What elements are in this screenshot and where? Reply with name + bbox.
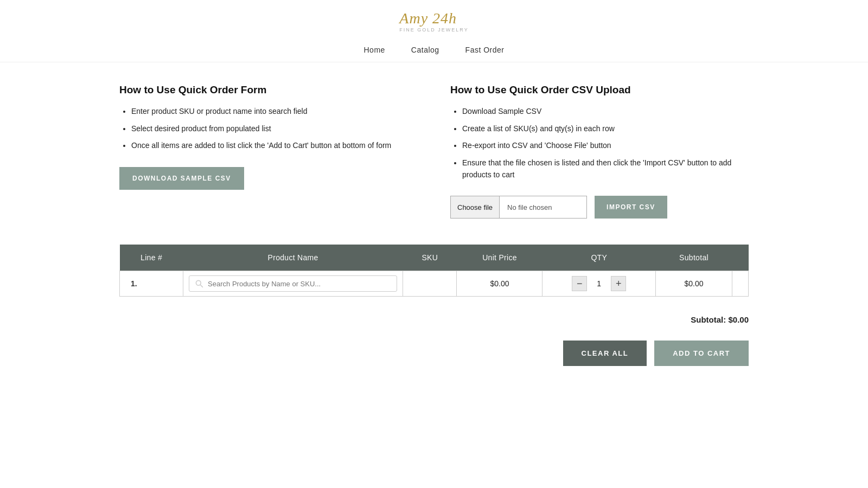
col-line: Line # xyxy=(120,245,183,271)
col-product: Product Name xyxy=(183,245,403,271)
unit-price-cell: $0.00 xyxy=(457,271,542,297)
import-csv-button[interactable]: IMPORT CSV xyxy=(595,196,667,219)
col-actions xyxy=(732,245,749,271)
action-row: CLEAR ALL ADD TO CART xyxy=(119,341,749,366)
quick-order-form-section: How to Use Quick Order Form Enter produc… xyxy=(119,84,418,219)
csv-upload-title: How to Use Quick Order CSV Upload xyxy=(450,84,749,96)
step-2: Select desired product from populated li… xyxy=(131,123,418,135)
product-search-input[interactable] xyxy=(208,280,391,288)
csv-upload-section: How to Use Quick Order CSV Upload Downlo… xyxy=(450,84,749,219)
quick-order-form-steps: Enter product SKU or product name into s… xyxy=(119,106,418,152)
subtotal-label: Subtotal: xyxy=(691,315,726,324)
col-unit-price: Unit Price xyxy=(457,245,542,271)
line-number-cell: 1. xyxy=(120,271,183,297)
nav-home[interactable]: Home xyxy=(363,46,385,54)
order-table: Line # Product Name SKU Unit Price QTY S… xyxy=(119,245,749,297)
csv-step-1: Download Sample CSV xyxy=(462,106,749,118)
col-sku: SKU xyxy=(403,245,457,271)
table-body: 1. $0.00 − 1 + xyxy=(120,271,749,297)
instructions-row: How to Use Quick Order Form Enter produc… xyxy=(119,84,749,219)
col-subtotal: Subtotal xyxy=(656,245,732,271)
table-row: 1. $0.00 − 1 + xyxy=(120,271,749,297)
add-to-cart-button[interactable]: ADD TO CART xyxy=(654,341,749,366)
download-sample-csv-button[interactable]: DOWNLOAD SAMPLE CSV xyxy=(119,167,244,190)
choose-file-button[interactable]: Choose file xyxy=(451,196,500,218)
search-wrapper xyxy=(189,275,397,292)
logo: Amy 24h FINE GOLD JEWELRY xyxy=(399,10,468,33)
subtotal-value: $0.00 xyxy=(728,315,749,324)
table-header-row: Line # Product Name SKU Unit Price QTY S… xyxy=(120,245,749,271)
csv-step-3: Re-export into CSV and 'Choose File' but… xyxy=(462,140,749,152)
nav-fast-order[interactable]: Fast Order xyxy=(465,46,505,54)
nav-catalog[interactable]: Catalog xyxy=(411,46,439,54)
main-content: How to Use Quick Order Form Enter produc… xyxy=(108,62,760,399)
product-search-cell xyxy=(183,271,403,297)
qty-decrease-button[interactable]: − xyxy=(572,276,587,291)
subtotal-cell: $0.00 xyxy=(656,271,732,297)
site-header: Amy 24h FINE GOLD JEWELRY Home Catalog F… xyxy=(0,0,868,62)
sku-cell xyxy=(403,271,457,297)
search-icon xyxy=(195,279,203,288)
subtotal-row: Subtotal: $0.00 xyxy=(119,310,749,335)
clear-all-button[interactable]: CLEAR ALL xyxy=(563,341,647,366)
qty-cell: − 1 + xyxy=(542,271,656,297)
step-1: Enter product SKU or product name into s… xyxy=(131,106,418,118)
col-qty: QTY xyxy=(542,245,656,271)
file-input-wrapper: Choose file No file chosen xyxy=(450,196,587,219)
main-nav: Home Catalog Fast Order xyxy=(363,38,504,62)
csv-step-4: Ensure that the file chosen is listed an… xyxy=(462,157,749,181)
qty-increase-button[interactable]: + xyxy=(611,276,626,291)
csv-step-2: Create a list of SKU(s) and qty(s) in ea… xyxy=(462,123,749,135)
logo-text: Amy 24h xyxy=(399,10,468,27)
file-name-display: No file chosen xyxy=(500,203,586,211)
logo-sub: FINE GOLD JEWELRY xyxy=(399,27,468,33)
svg-line-1 xyxy=(200,285,202,287)
csv-upload-steps: Download Sample CSV Create a list of SKU… xyxy=(450,106,749,181)
step-3: Once all items are added to list click t… xyxy=(131,140,418,152)
csv-upload-controls: Choose file No file chosen IMPORT CSV xyxy=(450,196,749,219)
qty-value: 1 xyxy=(592,279,605,288)
row-action-cell xyxy=(732,271,749,297)
quick-order-form-title: How to Use Quick Order Form xyxy=(119,84,418,96)
qty-wrapper: − 1 + xyxy=(548,276,650,291)
table-header: Line # Product Name SKU Unit Price QTY S… xyxy=(120,245,749,271)
